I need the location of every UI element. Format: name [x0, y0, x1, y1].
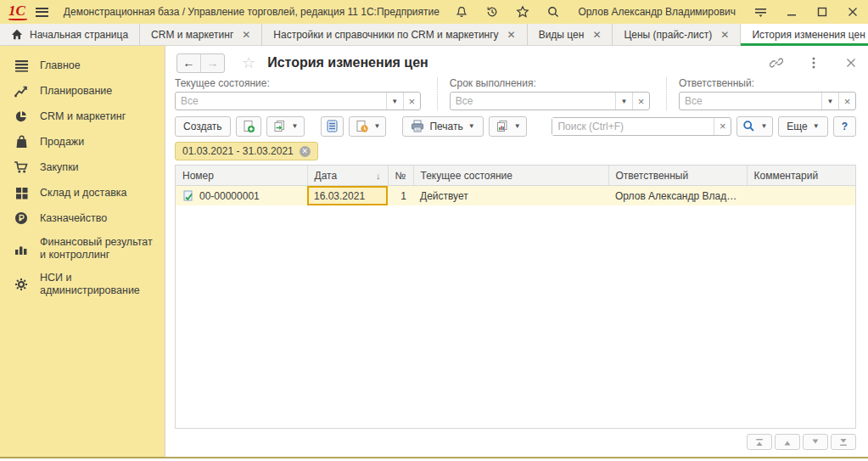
sidebar-item-label: CRM и маркетинг — [40, 110, 126, 123]
copy-button[interactable]: ▼ — [266, 116, 305, 137]
tab-label: Начальная страница — [30, 29, 128, 41]
sidebar-item-planning[interactable]: Планирование — [0, 78, 165, 104]
tab-label: Настройки и справочники по CRM и маркети… — [273, 29, 498, 41]
dropdown-caret-icon: ▼ — [760, 122, 767, 130]
clear-search-icon[interactable]: × — [714, 118, 731, 135]
form-price-change-history: ← → ☆ История изменения цен — [166, 46, 868, 457]
table-row[interactable]: 00-00000001 16.03.2021 1 Действует Орлов… — [176, 186, 855, 206]
current-state-input[interactable] — [176, 93, 386, 110]
find-button[interactable]: ▼ — [736, 116, 773, 137]
period-filter-chip[interactable]: 01.03.2021 - 31.03.2021 ✕ — [175, 142, 318, 160]
bar-chart-icon — [14, 241, 29, 256]
sidebar-item-main[interactable]: Главное — [0, 53, 165, 78]
cell-seq[interactable]: 1 — [388, 186, 413, 206]
tab-price-kinds[interactable]: Виды цен ✕ — [528, 24, 613, 45]
main-menu-icon[interactable] — [36, 5, 48, 19]
cell-date-selected[interactable]: 16.03.2021 — [307, 186, 388, 206]
add-to-favorites-icon[interactable]: ☆ — [242, 55, 255, 70]
dropdown-caret-icon: ▼ — [374, 122, 381, 130]
section-panel: Главное Планирование CRM и маркетинг — [0, 46, 165, 457]
tab-label: Цены (прайс-лист) — [624, 29, 712, 41]
dropdown-caret-icon[interactable]: ▼ — [821, 93, 838, 110]
sidebar-item-crm-marketing[interactable]: CRM и маркетинг — [0, 104, 165, 129]
create-group-button[interactable] — [236, 116, 261, 137]
global-search-icon[interactable] — [546, 5, 560, 20]
close-window-icon[interactable] — [845, 5, 860, 20]
cell-comment[interactable] — [747, 186, 855, 206]
reports-button[interactable]: ▼ — [489, 116, 527, 137]
tab-crm-marketing[interactable]: CRM и маркетинг ✕ — [140, 24, 262, 45]
gear-icon — [14, 277, 29, 292]
sidebar-item-sales[interactable]: Продажи — [0, 129, 165, 155]
scroll-down-button[interactable] — [803, 434, 828, 450]
more-button[interactable]: Еще ▼ — [778, 116, 827, 137]
notifications-bell-icon[interactable] — [454, 5, 468, 20]
tab-home[interactable]: Начальная страница — [0, 24, 140, 45]
sidebar-item-treasury[interactable]: Казначейство — [0, 205, 165, 231]
tab-close-icon[interactable]: ✕ — [720, 30, 729, 40]
history-icon[interactable] — [484, 5, 499, 20]
sidebar-item-warehouse[interactable]: Склад и доставка — [0, 180, 165, 205]
print-button[interactable]: Печать ▼ — [402, 116, 483, 137]
back-button[interactable]: ← — [177, 54, 200, 72]
forward-button[interactable]: → — [200, 54, 224, 72]
tab-price-change-history[interactable]: История изменения цен ✕ — [741, 24, 868, 45]
column-header-date[interactable]: Дата ↓ — [307, 166, 388, 186]
tab-close-icon[interactable]: ✕ — [592, 30, 601, 40]
cart-icon — [14, 160, 29, 175]
dropdown-caret-icon: ▼ — [514, 122, 521, 130]
scroll-to-bottom-button[interactable] — [831, 434, 856, 450]
column-header-comment[interactable]: Комментарий — [747, 166, 855, 186]
clear-filter-icon[interactable]: × — [838, 93, 855, 110]
sidebar-item-label: Главное — [40, 59, 81, 72]
cell-state[interactable]: Действует — [413, 186, 608, 206]
dropdown-caret-icon[interactable]: ▼ — [386, 93, 403, 110]
help-button[interactable]: ? — [833, 116, 856, 137]
column-header-seq[interactable]: № — [388, 166, 413, 186]
responsible-input[interactable] — [680, 93, 821, 110]
column-header-responsible[interactable]: Ответственный — [608, 166, 747, 186]
scroll-to-top-button[interactable] — [747, 434, 772, 450]
list-settings-button[interactable] — [321, 116, 344, 137]
clear-filter-icon[interactable]: × — [632, 93, 649, 110]
column-header-state[interactable]: Текущее состояние — [413, 166, 608, 186]
more-actions-icon[interactable] — [807, 56, 820, 70]
collapse-panels-icon[interactable] — [753, 5, 768, 20]
cell-number[interactable]: 00-00000001 — [176, 186, 307, 206]
maximize-icon[interactable] — [815, 5, 829, 20]
document-add-icon — [242, 120, 255, 133]
tab-close-icon[interactable]: ✕ — [507, 30, 516, 40]
report-documents-icon — [495, 120, 509, 133]
minimize-icon[interactable] — [784, 5, 798, 20]
create-button[interactable]: Создать — [175, 116, 231, 137]
sidebar-item-purchases[interactable]: Закупки — [0, 155, 165, 180]
remove-period-filter-icon[interactable]: ✕ — [300, 146, 311, 157]
dropdown-caret-icon[interactable]: ▼ — [615, 93, 632, 110]
page-title: История изменения цен — [267, 55, 428, 70]
filter-label: Срок выполнения: — [450, 77, 650, 89]
sort-desc-icon: ↓ — [376, 171, 381, 181]
favorites-star-icon[interactable] — [515, 5, 529, 20]
filter-label: Текущее состояние: — [175, 77, 421, 89]
get-link-icon[interactable] — [770, 56, 783, 70]
set-period-button[interactable]: ▼ — [349, 116, 387, 137]
dropdown-caret-icon: ▼ — [292, 122, 299, 130]
sidebar-item-financial-result[interactable]: Финансовый результат и контроллинг — [0, 231, 165, 267]
table-header-row: Номер Дата ↓ № Текущее состояние Ответст… — [176, 166, 855, 186]
filter-current-state: Текущее состояние: ▼ × — [175, 77, 421, 110]
current-user[interactable]: Орлов Александр Владимирович — [578, 6, 736, 18]
tab-price-list[interactable]: Цены (прайс-лист) ✕ — [613, 24, 741, 45]
tab-crm-settings[interactable]: Настройки и справочники по CRM и маркети… — [262, 24, 527, 45]
search-input[interactable] — [552, 118, 714, 135]
sidebar-item-label: Склад и доставка — [40, 187, 126, 200]
close-form-icon[interactable] — [844, 56, 858, 70]
sections-icon — [14, 58, 29, 73]
tab-close-icon[interactable]: ✕ — [242, 30, 250, 40]
column-header-number[interactable]: Номер — [176, 166, 307, 186]
scroll-up-button[interactable] — [775, 434, 800, 450]
due-date-input[interactable] — [451, 93, 615, 110]
clear-filter-icon[interactable]: × — [403, 93, 420, 110]
sidebar-item-administration[interactable]: НСИ и администрирование — [0, 267, 165, 302]
titlebar: 1С Демонстрационная база / Управление то… — [0, 0, 868, 24]
cell-responsible[interactable]: Орлов Александр Влади... — [608, 186, 747, 206]
